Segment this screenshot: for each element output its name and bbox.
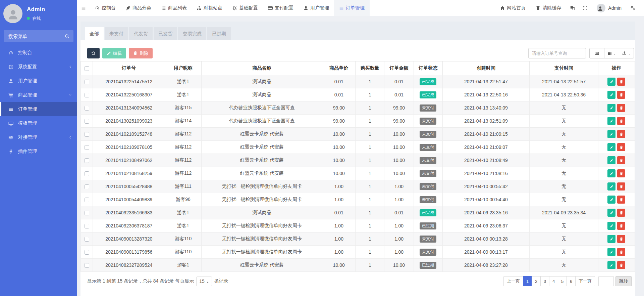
topnav-item-payment-config[interactable]: 支付配置 <box>263 0 299 16</box>
row-edit-button[interactable] <box>607 248 615 256</box>
sidebar-item-integration-management[interactable]: 对接管理 <box>0 130 77 144</box>
row-delete-button[interactable] <box>617 117 625 125</box>
row-checkbox[interactable] <box>85 250 89 255</box>
sidebar-item-template-management[interactable]: 模板管理 <box>0 116 77 130</box>
topnav-item-language[interactable] <box>566 0 579 16</box>
row-checkbox[interactable] <box>85 93 89 97</box>
row-checkbox[interactable] <box>85 184 89 189</box>
row-delete-button[interactable] <box>617 130 625 138</box>
topnav-item-sites[interactable]: 对接站点 <box>192 0 227 16</box>
row-edit-button[interactable] <box>607 117 615 125</box>
topnav-item-user-management[interactable]: 用户管理 <box>299 0 334 16</box>
row-edit-button[interactable] <box>607 143 615 151</box>
tab-completed[interactable]: 交易完成 <box>178 27 206 40</box>
select-all-checkbox[interactable] <box>85 66 89 71</box>
row-checkbox[interactable] <box>85 132 89 137</box>
export-button[interactable] <box>619 48 634 58</box>
row-edit-button[interactable] <box>607 209 615 217</box>
row-delete-button[interactable] <box>617 209 625 217</box>
page-jump-button[interactable]: 跳转 <box>615 276 632 286</box>
sidebar-search-icon-wrap[interactable] <box>65 33 69 39</box>
page-jump-input[interactable] <box>598 276 614 286</box>
row-edit-button[interactable] <box>607 130 615 138</box>
row-delete-button[interactable] <box>617 235 625 243</box>
topnav-item-order-management[interactable]: 订单管理 <box>334 0 370 16</box>
topnav-item-label: 用户管理 <box>310 5 329 11</box>
delete-button[interactable]: 删除 <box>129 48 153 58</box>
tab-all[interactable]: 全部 <box>85 27 104 40</box>
row-delete-button[interactable] <box>617 169 625 177</box>
row-edit-button[interactable] <box>607 91 615 99</box>
row-checkbox[interactable] <box>85 80 89 84</box>
tab-to-ship[interactable]: 代发货 <box>129 27 153 40</box>
order-search-input[interactable] <box>528 48 586 58</box>
columns-button[interactable] <box>604 48 619 58</box>
row-delete-button[interactable] <box>617 261 625 269</box>
sidebar-item-plugin-management[interactable]: 插件管理 <box>0 144 77 159</box>
edit-button[interactable]: 编辑 <box>102 48 126 58</box>
sidebar-item-order-management[interactable]: 订单管理 <box>0 102 77 116</box>
cell-qty: 1 <box>356 246 384 259</box>
topnav-item-goods-category[interactable]: 商品分类 <box>121 0 156 16</box>
sidebar-item-system-config[interactable]: 系统配置 <box>0 60 77 74</box>
row-checkbox[interactable] <box>85 106 89 111</box>
row-edit-button[interactable] <box>607 261 615 269</box>
page-button-6[interactable]: 6 <box>567 276 576 286</box>
row-delete-button[interactable] <box>617 104 625 112</box>
row-edit-button[interactable] <box>607 156 615 164</box>
row-delete-button[interactable] <box>617 182 625 191</box>
cell-nickname: 游客111 <box>165 180 202 193</box>
topnav-item-dashboard[interactable]: 控制台 <box>90 0 121 16</box>
page-button-2[interactable]: 2 <box>532 276 541 286</box>
row-delete-button[interactable] <box>617 91 625 99</box>
row-checkbox[interactable] <box>85 237 89 242</box>
page-button-5[interactable]: 5 <box>558 276 567 286</box>
topnav-item-settings[interactable] <box>627 0 639 16</box>
row-edit-button[interactable] <box>607 235 615 243</box>
page-button-1[interactable]: 1 <box>523 276 532 286</box>
row-edit-button[interactable] <box>607 78 615 86</box>
row-delete-button[interactable] <box>617 156 625 164</box>
topnav-item-site-home[interactable]: 网站首页 <box>495 0 531 16</box>
page-size-select[interactable]: 15 <box>196 277 212 286</box>
cell-qty: 1 <box>356 206 384 219</box>
row-delete-button[interactable] <box>617 196 625 204</box>
row-delete-button[interactable] <box>617 143 625 151</box>
row-edit-button[interactable] <box>607 222 615 230</box>
row-checkbox[interactable] <box>85 211 89 215</box>
topnav-item-basic-config[interactable]: 基础配置 <box>227 0 263 16</box>
tab-expired[interactable]: 已过期 <box>207 27 231 40</box>
row-checkbox[interactable] <box>85 158 89 163</box>
topnav-item-fullscreen[interactable] <box>579 0 592 16</box>
sidebar-search-input[interactable] <box>8 33 65 39</box>
row-checkbox[interactable] <box>85 145 89 150</box>
row-delete-button[interactable] <box>617 222 625 230</box>
topnav-item-user-menu[interactable]: Admin <box>592 0 627 16</box>
row-delete-button[interactable] <box>617 248 625 256</box>
tab-unpaid[interactable]: 未支付 <box>105 27 128 40</box>
refresh-button[interactable] <box>87 48 100 58</box>
detail-view-button[interactable] <box>589 48 604 58</box>
row-edit-button[interactable] <box>607 182 615 191</box>
page-button-4[interactable]: 4 <box>549 276 558 286</box>
cell-created: 2021-04-10 21:09:07 <box>442 141 529 154</box>
row-checkbox[interactable] <box>85 119 89 124</box>
page-prev-button[interactable]: 上一页 <box>503 276 523 286</box>
sidebar-item-dashboard[interactable]: 控制台 <box>0 46 77 60</box>
topnav-item-clear-cache[interactable]: 清除缓存 <box>531 0 566 16</box>
sidebar-item-goods-management[interactable]: 商品管理 <box>0 88 77 102</box>
page-button-3[interactable]: 3 <box>540 276 549 286</box>
row-edit-button[interactable] <box>607 169 615 177</box>
topnav-item-menu-toggle[interactable] <box>77 0 90 16</box>
row-checkbox[interactable] <box>85 263 89 268</box>
row-edit-button[interactable] <box>607 104 615 112</box>
row-checkbox[interactable] <box>85 171 89 176</box>
row-edit-button[interactable] <box>607 196 615 204</box>
row-delete-button[interactable] <box>617 78 625 86</box>
topnav-item-goods-list[interactable]: 商品列表 <box>156 0 192 16</box>
sidebar-item-user-management[interactable]: 用户管理 <box>0 74 77 88</box>
page-next-button[interactable]: 下一页 <box>575 276 595 286</box>
tab-shipped[interactable]: 已发货 <box>154 27 177 40</box>
row-checkbox[interactable] <box>85 198 89 202</box>
row-checkbox[interactable] <box>85 224 89 228</box>
